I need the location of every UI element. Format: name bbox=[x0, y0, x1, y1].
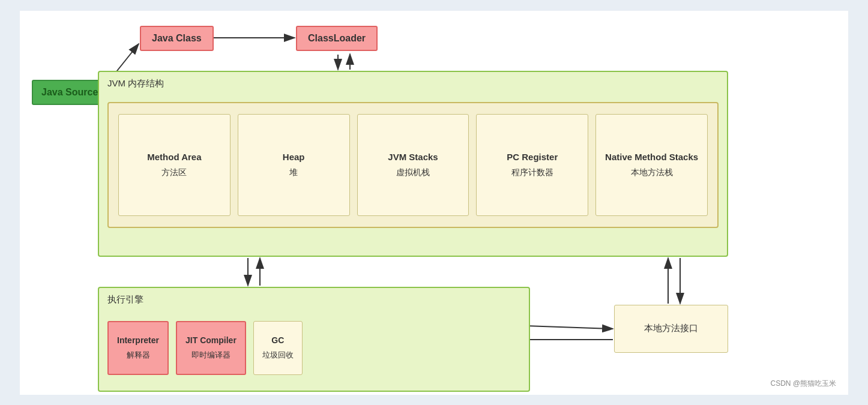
memory-cell-jvm-stacks: JVM Stacks 虚拟机栈 bbox=[357, 114, 469, 216]
exec-jit: JIT Compiler 即时编译器 bbox=[176, 321, 246, 375]
classloader-label: ClassLoader bbox=[308, 33, 366, 43]
native-interface-box: 本地方法接口 bbox=[614, 305, 728, 353]
interpreter-en: Interpreter bbox=[117, 335, 159, 346]
heap-en: Heap bbox=[283, 151, 305, 163]
native-stacks-en: Native Method Stacks bbox=[605, 151, 698, 163]
java-source-label: Java Source bbox=[41, 87, 98, 97]
memory-cell-heap: Heap 堆 bbox=[238, 114, 350, 216]
heap-zh: 堆 bbox=[289, 167, 298, 178]
classloader-box: ClassLoader bbox=[296, 26, 378, 51]
diagram-container: Java Source Java Class ClassLoader JVM 内… bbox=[20, 11, 848, 395]
gc-en: GC bbox=[271, 335, 284, 346]
native-interface-label: 本地方法接口 bbox=[644, 323, 698, 334]
exec-interpreter: Interpreter 解释器 bbox=[107, 321, 169, 375]
jit-zh: 即时编译器 bbox=[191, 350, 231, 361]
watermark: CSDN @熊猫吃玉米 bbox=[770, 379, 836, 389]
exec-gc: GC 垃圾回收 bbox=[253, 321, 303, 375]
jvm-memory-outer: JVM 内存结构 Method Area 方法区 Heap 堆 JVM Stac… bbox=[98, 71, 728, 257]
java-source-box: Java Source bbox=[32, 80, 107, 105]
jvm-stacks-zh: 虚拟机栈 bbox=[396, 167, 430, 178]
java-class-box: Java Class bbox=[140, 26, 214, 51]
interpreter-zh: 解释器 bbox=[127, 350, 150, 361]
memory-areas-container: Method Area 方法区 Heap 堆 JVM Stacks 虚拟机栈 P… bbox=[107, 102, 719, 228]
exec-inner-container: Interpreter 解释器 JIT Compiler 即时编译器 GC 垃圾… bbox=[107, 315, 438, 381]
java-class-label: Java Class bbox=[152, 33, 202, 43]
memory-cell-native-stacks: Native Method Stacks 本地方法栈 bbox=[595, 114, 708, 216]
method-area-zh: 方法区 bbox=[161, 167, 187, 178]
memory-cell-method-area: Method Area 方法区 bbox=[118, 114, 231, 216]
jvm-memory-label: JVM 内存结构 bbox=[107, 78, 164, 89]
pc-register-zh: 程序计数器 bbox=[511, 167, 553, 178]
jvm-stacks-en: JVM Stacks bbox=[388, 151, 438, 163]
method-area-en: Method Area bbox=[147, 151, 201, 163]
native-stacks-zh: 本地方法栈 bbox=[631, 167, 673, 178]
gc-zh: 垃圾回收 bbox=[262, 350, 294, 361]
memory-cell-pc-register: PC Register 程序计数器 bbox=[476, 114, 588, 216]
exec-engine-label: 执行引擎 bbox=[107, 294, 143, 305]
pc-register-en: PC Register bbox=[507, 151, 558, 163]
exec-engine-outer: 执行引擎 Interpreter 解释器 JIT Compiler 即时编译器 … bbox=[98, 287, 530, 392]
jit-en: JIT Compiler bbox=[185, 335, 237, 346]
